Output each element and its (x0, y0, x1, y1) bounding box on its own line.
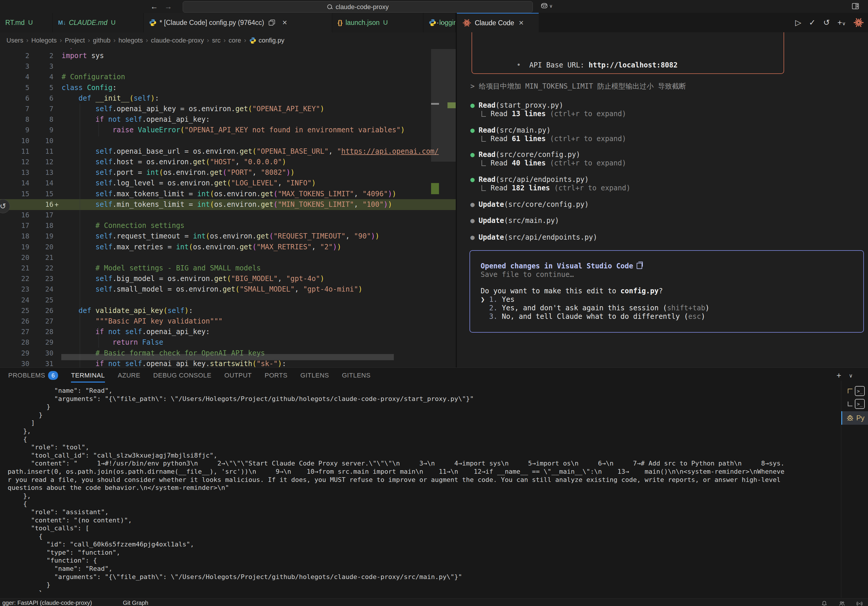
split-editor-icon[interactable] (268, 19, 275, 26)
check-icon[interactable]: ✓ (809, 18, 816, 27)
breadcrumb-item[interactable]: Users (6, 37, 23, 44)
breadcrumb-item[interactable]: Holegots (31, 37, 57, 44)
code-line[interactable]: 99 raise ValueError("OPENAI_API_KEY not … (0, 125, 456, 135)
terminal-list-item[interactable]: >_ (841, 398, 868, 410)
bell-icon[interactable] (821, 600, 828, 606)
code-line[interactable]: 1212 self.host = os.environ.get("HOST", … (0, 157, 456, 167)
code-line[interactable]: 2526 def validate_api_key(self): (0, 305, 456, 316)
forward-icon[interactable]: → (163, 1, 174, 12)
panel-tab-problems[interactable]: PROBLEMS6 (8, 368, 58, 383)
dialog-option-3[interactable]: 3. No, and tell Claude what to do differ… (480, 312, 863, 321)
code-line[interactable]: 2425 (0, 295, 456, 305)
tool-entry-result[interactable]: Read 61 lines (ctrl+r to expand) (482, 135, 626, 143)
code-line[interactable]: 2223 self.big_model = os.environ.get("BI… (0, 273, 456, 284)
broadcast-icon[interactable] (856, 600, 863, 606)
panel-tab-output[interactable]: OUTPUT (224, 368, 252, 383)
customize-layout-button[interactable] (851, 2, 860, 10)
code-line[interactable]: 2324 self.small_model = os.environ.get("… (0, 284, 456, 295)
claude-icon[interactable] (853, 17, 864, 28)
old-line-number: 24 (0, 295, 29, 305)
code-line[interactable]: 1010 (0, 135, 456, 146)
breadcrumb-item[interactable]: github (93, 37, 110, 44)
code-line[interactable]: 2122 # Model settings - BIG and SMALL mo… (0, 263, 456, 274)
tab-rt.md[interactable]: RT.mdU (0, 13, 53, 32)
code-editor[interactable]: 11import os22import sys3344# Configurati… (0, 48, 456, 367)
tool-entry-update[interactable]: ●Update(src/core/config.py) (470, 200, 589, 209)
overview-ruler-added-marker (448, 102, 456, 108)
breadcrumb-item[interactable]: holegots (118, 37, 143, 44)
close-icon[interactable]: × (282, 18, 287, 27)
dialog-option-2[interactable]: 2. Yes, and don't ask again this session… (480, 304, 863, 312)
code-line[interactable]: 66 def __init__(self): (0, 93, 456, 104)
tab-overflow-icon[interactable]: ··· (436, 13, 447, 32)
command-center-search[interactable]: claude-code-proxy (183, 1, 533, 12)
tool-entry-update[interactable]: ●Update(src/api/endpoints.py) (470, 233, 597, 242)
breadcrumb-item[interactable]: core (229, 37, 241, 44)
accounts-icon[interactable] (839, 600, 845, 606)
terminal-list-item[interactable]: >_ (841, 385, 868, 397)
copilot-button[interactable]: ∨ (541, 2, 553, 10)
panel-tab-gitlens[interactable]: GITLENS (300, 368, 329, 383)
code-line[interactable]: 2021 (0, 252, 456, 263)
run-icon[interactable]: ▷ (795, 18, 801, 27)
code-line[interactable]: 2627 """Basic API key validation""" (0, 316, 456, 327)
tool-entry-read[interactable]: ●Read(src/main.py) (470, 126, 551, 134)
layout-icon (851, 2, 860, 10)
tab-launch.json[interactable]: {}launch.jsonU (332, 13, 423, 32)
git-graph-button[interactable]: Git Graph (123, 600, 148, 606)
tool-entry-read[interactable]: ●Read(start_proxy.py) (470, 101, 563, 109)
vscode-window: ← → claude-code-proxy ∨ RT.mdUM↓CLAUDE.m… (0, 0, 868, 606)
claude-code-panel[interactable]: • API Base URL: http://localhost:8082 > … (457, 32, 868, 367)
new-session-button[interactable]: +∨ (837, 18, 846, 27)
code-line[interactable]: 44# Configuration (0, 71, 456, 82)
code-line[interactable]: 1819 self.request_timeout = int(os.envir… (0, 231, 456, 242)
panel-tab-azure[interactable]: AZURE (118, 368, 141, 383)
breadcrumb-file[interactable]: config.py (249, 37, 284, 44)
panel-tab-debug-console[interactable]: DEBUG CONSOLE (153, 368, 211, 383)
horizontal-scrollbar[interactable] (61, 354, 394, 360)
close-icon[interactable]: × (519, 18, 524, 28)
code-line[interactable]: 1920 self.max_retries = int(os.environ.g… (0, 242, 456, 253)
breadcrumb-item[interactable]: claude-code-proxy (151, 37, 204, 44)
tool-entry-update[interactable]: ●Update(src/main.py) (470, 217, 559, 225)
code-line[interactable]: 16+ self.min_tokens_limit = int(os.envir… (0, 199, 456, 210)
code-line[interactable]: 2829 return False (0, 337, 456, 348)
tab--claude-code-config.py-9764cc-[interactable]: * [Claude Code] config.py (9764cc) × (144, 13, 332, 32)
code-line[interactable]: 1515 self.max_tokens_limit = int(os.envi… (0, 189, 456, 200)
breadcrumb-item[interactable]: Project (65, 37, 85, 44)
breadcrumb-item[interactable]: src (212, 37, 220, 44)
open-diff-icon[interactable] (637, 263, 642, 269)
code-line[interactable]: 1111 self.openai_base_url = os.environ.g… (0, 146, 456, 157)
tab-claude.md[interactable]: M↓CLAUDE.mdU (53, 13, 144, 32)
code-line[interactable]: 2728 if not self.openai_api_key: (0, 327, 456, 337)
dialog-option-1[interactable]: ❯ 1. Yes (480, 295, 863, 304)
undo-icon[interactable]: ↺ (823, 18, 830, 27)
back-icon[interactable]: ← (149, 1, 160, 12)
chevron-down-icon[interactable]: ∨ (849, 372, 853, 380)
code-line[interactable]: 55class Config: (0, 82, 456, 93)
code-line[interactable]: 88 if not self.openai_api_key: (0, 114, 456, 125)
tool-entry-read[interactable]: ●Read(src/api/endpoints.py) (470, 175, 589, 184)
tool-entry-read[interactable]: ●Read(src/core/config.py) (470, 150, 580, 159)
code-line[interactable]: 33 (0, 61, 456, 72)
panel-tab-ports[interactable]: PORTS (265, 368, 287, 383)
code-text: self.max_tokens_limit = int(os.environ.g… (62, 189, 397, 200)
tab-claude-code[interactable]: Claude Code × (457, 13, 539, 32)
debug-status-text[interactable]: gger: FastAPI (claude-code-proxy) (2, 600, 92, 606)
terminal-list-item-python-debug[interactable]: Py (841, 411, 868, 425)
code-line[interactable]: 77 self.openai_api_key = os.environ.get(… (0, 104, 456, 115)
panel-tab-terminal[interactable]: TERMINAL (71, 368, 105, 383)
code-line[interactable]: 1617 (0, 210, 456, 220)
code-line[interactable]: 1718 # Connection settings (0, 220, 456, 231)
code-line[interactable]: 1414 self.log_level = os.environ.get("LO… (0, 178, 456, 189)
terminal-output[interactable]: "name": "Read", "arguments": "{\"file_pa… (8, 387, 832, 592)
new-line-number: 13 (32, 167, 53, 178)
tool-entry-result[interactable]: Read 182 lines (ctrl+r to expand) (482, 184, 631, 192)
tool-entry-result[interactable]: Read 40 lines (ctrl+r to expand) (482, 159, 626, 167)
code-line[interactable]: 1313 self.port = int(os.environ.get("POR… (0, 167, 456, 178)
code-text: self.max_retries = int(os.environ.get("M… (62, 242, 341, 253)
tool-entry-result[interactable]: Read 13 lines (ctrl+r to expand) (482, 110, 626, 118)
new-terminal-button[interactable]: + (836, 371, 841, 380)
panel-tab-gitlens[interactable]: GITLENS (342, 368, 370, 383)
code-line[interactable]: 22import sys (0, 50, 456, 61)
